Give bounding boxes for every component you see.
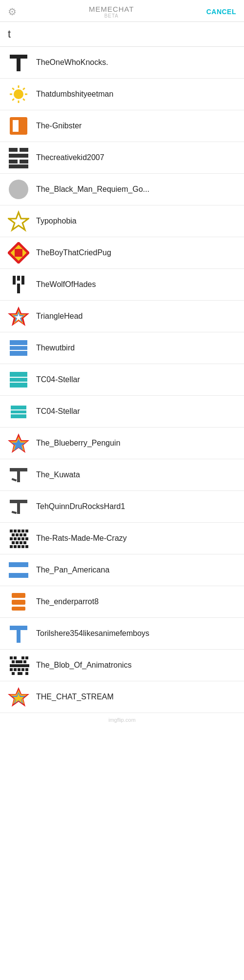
svg-rect-63: [21, 537, 24, 540]
svg-rect-66: [16, 541, 19, 544]
search-bar: t: [0, 22, 244, 47]
svg-rect-51: [10, 530, 13, 532]
svg-rect-55: [25, 530, 28, 532]
watermark: imgflip.com: [0, 713, 244, 727]
svg-rect-103: [18, 668, 20, 671]
list-item[interactable]: TheWolfOfHades: [0, 269, 244, 301]
avatar: [8, 210, 29, 232]
svg-rect-12: [13, 120, 19, 126]
settings-icon[interactable]: ⚙: [8, 6, 17, 18]
list-item[interactable]: Thecreativekid2007: [0, 142, 244, 174]
username-label: The_Blob_Of_Animatronics: [36, 661, 132, 670]
svg-line-4: [23, 99, 25, 101]
list-item[interactable]: The_Pan_Americana: [0, 554, 244, 586]
svg-rect-90: [23, 660, 26, 663]
list-item[interactable]: The_Black_Man_Requiem_Go...: [0, 174, 244, 205]
header-center: MEMECHAT BETA: [17, 5, 206, 19]
svg-rect-39: [11, 406, 26, 409]
svg-rect-46: [17, 471, 20, 482]
username-label: Torilshere354likesanimefemboys: [36, 629, 149, 638]
list-item[interactable]: THE_CHAT_STREAM: [0, 681, 244, 713]
list-item[interactable]: TehQuinnDruRocksHard1: [0, 491, 244, 523]
avatar: [8, 115, 29, 137]
svg-rect-35: [10, 351, 27, 356]
svg-rect-70: [14, 545, 17, 548]
avatar: [8, 337, 29, 359]
svg-rect-15: [20, 148, 28, 152]
svg-rect-17: [9, 160, 18, 163]
app-title: MEMECHAT: [17, 5, 206, 13]
avatar: [8, 306, 29, 327]
svg-rect-0: [10, 55, 27, 59]
svg-line-6: [12, 99, 14, 101]
svg-rect-52: [14, 530, 17, 532]
svg-rect-58: [20, 533, 22, 536]
list-item[interactable]: The_Kuwata: [0, 459, 244, 491]
avatar: [8, 401, 29, 422]
svg-rect-28: [17, 284, 20, 293]
svg-rect-61: [14, 537, 17, 540]
username-label: The_Black_Man_Requiem_Go...: [36, 185, 149, 194]
svg-rect-60: [10, 537, 13, 540]
svg-line-8: [12, 88, 14, 90]
svg-rect-78: [12, 600, 25, 605]
avatar: [8, 83, 29, 105]
avatar: [8, 496, 29, 517]
svg-rect-74: [9, 562, 28, 567]
username-label: The_enderparrot8: [36, 597, 99, 606]
svg-rect-54: [21, 530, 24, 532]
svg-rect-67: [20, 541, 22, 544]
svg-rect-105: [25, 668, 28, 671]
svg-rect-18: [20, 160, 28, 163]
list-item[interactable]: The_Blob_Of_Animatronics: [0, 650, 244, 681]
avatar: [8, 147, 29, 168]
username-label: The_Kuwata: [36, 470, 80, 479]
list-item[interactable]: TC04-Stellar: [0, 364, 244, 396]
username-label: TehQuinnDruRocksHard1: [36, 502, 125, 511]
list-item[interactable]: TriangleHead: [0, 301, 244, 332]
list-item[interactable]: Torilshere354likesanimefemboys: [0, 618, 244, 650]
app-subtitle: BETA: [17, 13, 206, 19]
svg-rect-34: [10, 346, 27, 350]
svg-rect-86: [12, 660, 15, 663]
svg-line-10: [23, 88, 25, 90]
svg-rect-37: [10, 378, 27, 382]
svg-rect-109: [25, 672, 28, 675]
list-item[interactable]: The-Rats-Made-Me-Crazy: [0, 523, 244, 554]
svg-rect-26: [21, 276, 24, 285]
svg-rect-16: [9, 154, 28, 158]
svg-rect-53: [18, 530, 20, 532]
list-item[interactable]: TheOneWhoKnocks.: [0, 47, 244, 79]
username-label: Thecreativekid2007: [36, 153, 104, 162]
list-item[interactable]: Thatdumbshityeetman: [0, 79, 244, 110]
svg-rect-45: [10, 468, 27, 471]
avatar: [8, 559, 29, 581]
svg-rect-14: [9, 148, 18, 152]
avatar: [8, 464, 29, 486]
svg-point-20: [9, 180, 28, 199]
list-item[interactable]: The-Gnibster: [0, 110, 244, 142]
svg-rect-24: [15, 249, 22, 257]
svg-rect-89: [20, 660, 22, 663]
cancel-button[interactable]: CANCEL: [206, 8, 236, 16]
svg-rect-27: [17, 276, 20, 281]
username-label: THE_CHAT_STREAM: [36, 693, 114, 701]
svg-rect-25: [13, 276, 16, 285]
svg-rect-36: [10, 372, 27, 377]
avatar: [8, 179, 29, 200]
list-item[interactable]: TC04-Stellar: [0, 396, 244, 428]
list-item[interactable]: TheBoyThatCriedPug: [0, 237, 244, 269]
svg-rect-19: [9, 164, 28, 168]
username-label: TheBoyThatCriedPug: [36, 248, 111, 257]
list-item[interactable]: The_Blueberry_Penguin: [0, 428, 244, 459]
svg-rect-50: [12, 511, 17, 514]
svg-rect-80: [10, 626, 27, 630]
list-item[interactable]: Thewutbird: [0, 332, 244, 364]
list-item[interactable]: The_enderparrot8: [0, 586, 244, 618]
svg-rect-108: [20, 672, 22, 675]
username-label: TheOneWhoKnocks.: [36, 58, 108, 67]
avatar: [8, 52, 29, 73]
username-label: The-Gnibster: [36, 122, 81, 130]
list-item[interactable]: Typophobia: [0, 205, 244, 237]
search-query: t: [8, 28, 11, 40]
